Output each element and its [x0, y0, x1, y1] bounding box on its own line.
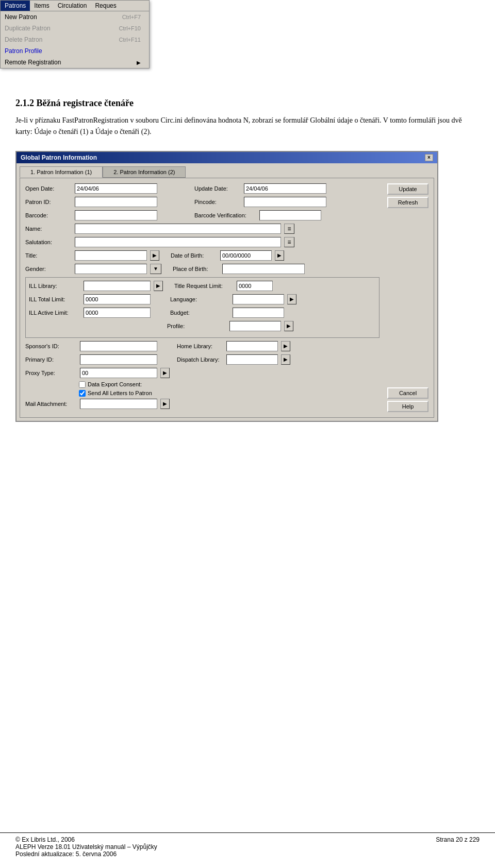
- menu-delete-patron: Delete Patron Ctrl+F11: [1, 34, 149, 45]
- patron-id-label: Patron ID:: [25, 199, 72, 205]
- action-buttons-col: Update Refresh Cancel Help: [385, 183, 428, 412]
- patron-id-input[interactable]: [75, 197, 157, 207]
- update-date-input[interactable]: [244, 183, 326, 194]
- cancel-button[interactable]: Cancel: [387, 387, 428, 399]
- title-input[interactable]: [75, 250, 147, 261]
- profile-label: Profile:: [167, 323, 226, 329]
- barcode-row: Barcode: Barcode Verification:: [25, 210, 380, 220]
- dob-calendar-button[interactable]: ▶: [275, 250, 284, 261]
- home-library-browse-button[interactable]: ▶: [281, 341, 290, 351]
- gender-dropdown-button[interactable]: ▼: [150, 264, 161, 274]
- title-request-limit-label: Title Request Limit:: [174, 283, 234, 289]
- menu-patrons[interactable]: Patrons: [1, 1, 30, 11]
- title-request-limit-input[interactable]: [237, 281, 273, 291]
- name-row: Name: ≡: [25, 224, 380, 234]
- proxy-type-input[interactable]: [80, 368, 157, 378]
- ill-total-limit-label: ILL Total Limit:: [29, 296, 80, 302]
- section-heading: 2.1.2 Běžná registrace čtenáře: [15, 98, 480, 109]
- barcode-label: Barcode:: [25, 212, 72, 218]
- patron-id-row: Patron ID: Pincode:: [25, 197, 380, 207]
- menu-dropdown: Patrons Items Circulation Reques New Pat…: [0, 0, 150, 69]
- language-input[interactable]: [233, 294, 284, 304]
- dialog-close-button[interactable]: ×: [425, 154, 433, 161]
- salutation-label: Salutation:: [25, 239, 72, 245]
- language-label: Language:: [170, 296, 229, 302]
- budget-input[interactable]: [233, 308, 284, 318]
- mail-attachment-browse-button[interactable]: ▶: [160, 399, 170, 409]
- profile-row: Profile: ▶: [29, 321, 376, 331]
- send-all-letters-row: Send All Letters to Patron: [25, 390, 380, 397]
- dispatch-library-input[interactable]: [226, 354, 278, 365]
- mail-attachment-row: Mail Attachment: ▶: [25, 399, 380, 409]
- name-label: Name:: [25, 226, 72, 232]
- tab-patron-info-2[interactable]: 2. Patron Information (2): [103, 166, 186, 178]
- menu-items[interactable]: Items: [30, 1, 53, 11]
- ill-total-limit-input[interactable]: [84, 294, 151, 304]
- proxy-type-row: Proxy Type: ▶: [25, 368, 380, 378]
- pincode-input[interactable]: [244, 197, 326, 207]
- menu-requests[interactable]: Reques: [91, 1, 120, 11]
- salutation-browse-button[interactable]: ≡: [284, 237, 294, 247]
- gender-label: Gender:: [25, 266, 72, 272]
- profile-input[interactable]: [229, 321, 281, 331]
- open-date-row: Open Date: Update Date:: [25, 183, 380, 194]
- ill-active-limit-input[interactable]: [84, 308, 151, 318]
- gender-pob-row: Gender: ▼ Place of Birth:: [25, 264, 380, 274]
- update-button[interactable]: Update: [387, 183, 428, 195]
- primary-id-input[interactable]: [80, 354, 157, 365]
- dialog-title: Global Patron Information: [21, 154, 97, 161]
- dispatch-library-browse-button[interactable]: ▶: [281, 354, 290, 365]
- update-date-label: Update Date:: [194, 185, 241, 192]
- salutation-input[interactable]: [75, 237, 281, 247]
- dispatch-library-label: Dispatch Library:: [177, 356, 223, 363]
- budget-label: Budget:: [170, 310, 229, 316]
- home-library-input[interactable]: [226, 341, 278, 351]
- barcode-verification-label: Barcode Verification:: [194, 212, 256, 218]
- send-all-letters-label: Send All Letters to Patron: [88, 390, 152, 396]
- send-all-letters-checkbox[interactable]: [79, 390, 86, 397]
- profile-browse-button[interactable]: ▶: [284, 321, 293, 331]
- menu-items-list: New Patron Ctrl+F7 Duplicate Patron Ctrl…: [1, 11, 149, 68]
- submenu-arrow-icon: ▶: [137, 60, 141, 65]
- menu-circulation[interactable]: Circulation: [54, 1, 91, 11]
- ill-library-row: ILL Library: ▶ Title Request Limit:: [29, 281, 376, 291]
- mail-attachment-input[interactable]: [80, 399, 157, 409]
- pob-input[interactable]: [222, 264, 305, 274]
- gender-input[interactable]: [75, 264, 147, 274]
- home-library-label: Home Library:: [177, 343, 223, 349]
- sponsors-id-row: Sponsor's ID: Home Library: ▶: [25, 341, 380, 351]
- sponsors-id-input[interactable]: [80, 341, 157, 351]
- name-input[interactable]: [75, 224, 281, 234]
- footer: © Ex Libris Ltd., 2006 ALEPH Verze 18.01…: [0, 832, 495, 858]
- open-date-input[interactable]: [75, 183, 157, 194]
- tab-patron-info-1[interactable]: 1. Patron Information (1): [20, 166, 103, 178]
- footer-date: Poslední aktualizace: 5. června 2006: [15, 850, 157, 858]
- dob-input[interactable]: [220, 250, 272, 261]
- ill-active-limit-label: ILL Active Limit:: [29, 310, 80, 316]
- body-paragraph: Je-li v příznaku FastPatronRegistration …: [15, 115, 480, 138]
- global-patron-dialog: Global Patron Information × 1. Patron In…: [15, 151, 438, 422]
- barcode-verification-input[interactable]: [259, 210, 321, 220]
- data-export-consent-label: Data Export Consent:: [88, 381, 142, 387]
- menu-new-patron[interactable]: New Patron Ctrl+F7: [1, 11, 149, 23]
- name-browse-button[interactable]: ≡: [284, 224, 294, 234]
- title-browse-button[interactable]: ▶: [150, 250, 159, 261]
- ill-library-browse-button[interactable]: ▶: [154, 281, 163, 291]
- dob-label: Date of Birth:: [171, 252, 217, 259]
- data-export-consent-checkbox[interactable]: [79, 381, 86, 388]
- language-browse-button[interactable]: ▶: [287, 294, 296, 304]
- menu-remote-registration[interactable]: Remote Registration ▶: [1, 57, 149, 68]
- ill-library-label: ILL Library:: [29, 283, 80, 289]
- dialog-form-layout: Open Date: Update Date: Patron ID: Pinco…: [25, 183, 428, 412]
- proxy-type-label: Proxy Type:: [25, 370, 77, 376]
- help-button[interactable]: Help: [387, 401, 428, 412]
- ill-active-limit-row: ILL Active Limit: Budget:: [29, 308, 376, 318]
- menu-patron-profile[interactable]: Patron Profile: [1, 45, 149, 57]
- mail-attachment-label: Mail Attachment:: [25, 401, 77, 407]
- barcode-input[interactable]: [75, 210, 157, 220]
- proxy-type-browse-button[interactable]: ▶: [160, 368, 170, 378]
- refresh-button[interactable]: Refresh: [387, 197, 428, 208]
- ill-total-limit-row: ILL Total Limit: Language: ▶: [29, 294, 376, 304]
- dialog-body: Open Date: Update Date: Patron ID: Pinco…: [20, 178, 434, 418]
- ill-library-input[interactable]: [84, 281, 151, 291]
